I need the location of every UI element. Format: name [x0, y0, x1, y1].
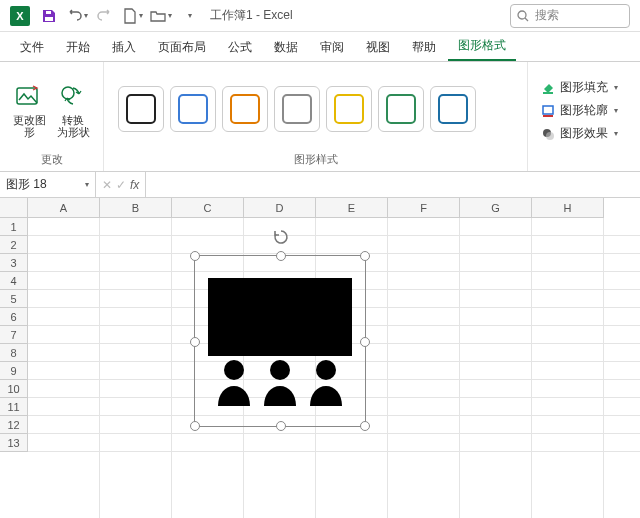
ribbon-group-change: 更改图 形 转换 为形状 更改 [0, 62, 104, 171]
formula-input[interactable] [146, 172, 640, 197]
formula-bar: 图形 18 ▾ ✕ ✓ fx [0, 172, 640, 198]
svg-point-12 [224, 360, 244, 380]
svg-rect-6 [543, 92, 553, 94]
formula-tools: ✕ ✓ fx [96, 172, 146, 197]
tab-开始[interactable]: 开始 [56, 33, 100, 61]
row-header-6[interactable]: 6 [0, 308, 28, 326]
tab-页面布局[interactable]: 页面布局 [148, 33, 216, 61]
search-input[interactable]: 搜索 [510, 4, 630, 28]
tab-数据[interactable]: 数据 [264, 33, 308, 61]
resize-handle-w[interactable] [190, 337, 200, 347]
column-header-D[interactable]: D [244, 198, 316, 218]
style-swatch-0[interactable] [118, 86, 164, 132]
resize-handle-e[interactable] [360, 337, 370, 347]
convert-to-shape-button[interactable]: 转换 为形状 [52, 76, 94, 142]
select-all-button[interactable] [0, 198, 28, 218]
row-header-12[interactable]: 12 [0, 416, 28, 434]
rotate-handle[interactable] [272, 228, 290, 246]
change-graphic-button[interactable]: 更改图 形 [8, 76, 50, 142]
row-header-10[interactable]: 10 [0, 380, 28, 398]
chevron-down-icon: ▾ [614, 106, 618, 115]
tab-图形格式[interactable]: 图形格式 [448, 31, 516, 61]
redo-icon [97, 8, 113, 24]
resize-handle-se[interactable] [360, 421, 370, 431]
style-swatch-3[interactable] [274, 86, 320, 132]
resize-handle-nw[interactable] [190, 251, 200, 261]
ribbon: 更改图 形 转换 为形状 更改 图形样式 图形填充 ▾ 图形轮廓 ▾ [0, 62, 640, 172]
inserted-graphic[interactable] [204, 278, 356, 408]
resize-handle-s[interactable] [276, 421, 286, 431]
ribbon-group-styles-label: 图形样式 [112, 150, 519, 169]
svg-rect-11 [208, 278, 352, 356]
row-header-13[interactable]: 13 [0, 434, 28, 452]
style-swatch-5[interactable] [378, 86, 424, 132]
svg-rect-4 [17, 88, 37, 104]
name-box[interactable]: 图形 18 ▾ [0, 172, 96, 197]
qat-customize-button[interactable]: ▾ [176, 3, 202, 29]
confirm-icon[interactable]: ✓ [116, 178, 126, 192]
svg-point-13 [270, 360, 290, 380]
svg-line-3 [525, 18, 528, 21]
column-header-A[interactable]: A [28, 198, 100, 218]
quick-access-toolbar: ▾ ▾ ▾ ▾ [36, 3, 202, 29]
chevron-down-icon: ▾ [84, 11, 88, 20]
save-icon [41, 8, 57, 24]
style-swatch-1[interactable] [170, 86, 216, 132]
new-file-button[interactable]: ▾ [120, 3, 146, 29]
column-header-E[interactable]: E [316, 198, 388, 218]
row-header-5[interactable]: 5 [0, 290, 28, 308]
tab-视图[interactable]: 视图 [356, 33, 400, 61]
excel-logo-icon: X [10, 6, 30, 26]
style-swatch-2[interactable] [222, 86, 268, 132]
tab-审阅[interactable]: 审阅 [310, 33, 354, 61]
row-header-4[interactable]: 4 [0, 272, 28, 290]
row-header-3[interactable]: 3 [0, 254, 28, 272]
column-header-F[interactable]: F [388, 198, 460, 218]
shape-effect-button[interactable]: 图形效果 ▾ [536, 123, 632, 144]
svg-rect-0 [45, 17, 53, 21]
ribbon-group-styles: 图形样式 [104, 62, 528, 171]
style-swatch-4[interactable] [326, 86, 372, 132]
row-header-7[interactable]: 7 [0, 326, 28, 344]
row-header-9[interactable]: 9 [0, 362, 28, 380]
ribbon-tabs: 文件开始插入页面布局公式数据审阅视图帮助图形格式 [0, 32, 640, 62]
shape-outline-button[interactable]: 图形轮廓 ▾ [536, 100, 632, 121]
redo-button[interactable] [92, 3, 118, 29]
row-header-8[interactable]: 8 [0, 344, 28, 362]
window-title: 工作簿1 - Excel [210, 7, 293, 24]
svg-point-5 [62, 87, 74, 99]
row-header-11[interactable]: 11 [0, 398, 28, 416]
resize-handle-n[interactable] [276, 251, 286, 261]
save-button[interactable] [36, 3, 62, 29]
undo-button[interactable]: ▾ [64, 3, 90, 29]
resize-handle-ne[interactable] [360, 251, 370, 261]
svg-point-14 [316, 360, 336, 380]
tab-帮助[interactable]: 帮助 [402, 33, 446, 61]
tab-文件[interactable]: 文件 [10, 33, 54, 61]
row-header-2[interactable]: 2 [0, 236, 28, 254]
chevron-down-icon: ▾ [139, 11, 143, 20]
column-header-H[interactable]: H [532, 198, 604, 218]
ribbon-group-shape-format: 图形填充 ▾ 图形轮廓 ▾ 图形效果 ▾ [528, 62, 640, 171]
column-headers: ABCDEFGH [28, 198, 604, 218]
column-header-C[interactable]: C [172, 198, 244, 218]
row-header-1[interactable]: 1 [0, 218, 28, 236]
tab-插入[interactable]: 插入 [102, 33, 146, 61]
style-swatch-6[interactable] [430, 86, 476, 132]
worksheet-grid[interactable]: ABCDEFGH 12345678910111213 [0, 198, 640, 518]
cancel-icon[interactable]: ✕ [102, 178, 112, 192]
column-header-B[interactable]: B [100, 198, 172, 218]
shape-outline-label: 图形轮廓 [560, 102, 608, 119]
search-placeholder: 搜索 [535, 7, 559, 24]
outline-icon [540, 103, 556, 119]
open-file-button[interactable]: ▾ [148, 3, 174, 29]
row-headers: 12345678910111213 [0, 218, 28, 452]
resize-handle-sw[interactable] [190, 421, 200, 431]
svg-rect-7 [543, 106, 553, 114]
fx-icon[interactable]: fx [130, 178, 139, 192]
svg-rect-8 [543, 115, 553, 117]
shape-fill-button[interactable]: 图形填充 ▾ [536, 77, 632, 98]
tab-公式[interactable]: 公式 [218, 33, 262, 61]
column-header-G[interactable]: G [460, 198, 532, 218]
convert-icon [57, 80, 89, 112]
